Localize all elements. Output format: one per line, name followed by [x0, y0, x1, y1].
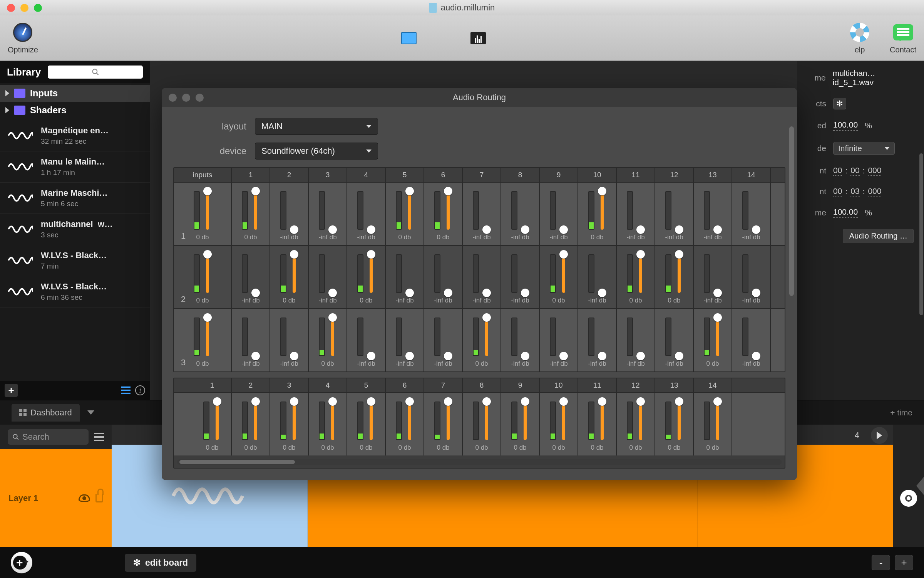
matrix-fader-cell[interactable]: 0 db [193, 393, 232, 455]
matrix-fader-cell[interactable]: 0 db [463, 393, 501, 455]
sidebar-scrollbar[interactable] [919, 153, 923, 315]
fader-slider[interactable] [329, 254, 336, 293]
library-folder-shaders[interactable]: Shaders [0, 102, 150, 119]
matrix-fader-cell[interactable]: 0 db [694, 309, 732, 371]
fader-slider[interactable] [714, 402, 721, 440]
matrix-fader-cell[interactable]: -inf db [501, 183, 540, 245]
fader-slider[interactable] [521, 402, 529, 440]
matrix-fader-cell[interactable]: -inf db [309, 183, 347, 245]
matrix-fader-cell[interactable]: -inf db [501, 246, 540, 308]
matrix-fader-cell[interactable]: -inf db [386, 246, 424, 308]
fader-slider[interactable] [560, 318, 567, 356]
fader-slider[interactable] [637, 318, 644, 356]
matrix-fader-cell[interactable]: -inf db [540, 183, 578, 245]
matrix-fader-cell[interactable]: 0 db [540, 246, 578, 308]
contact-button[interactable]: Contact [890, 22, 916, 54]
matrix-fader-cell[interactable]: -inf db [232, 246, 270, 308]
fader-slider[interactable] [483, 191, 490, 230]
fader-slider[interactable] [329, 191, 336, 230]
fader-slider[interactable] [521, 254, 529, 293]
fader-slider[interactable] [367, 402, 375, 440]
matrix-fader-cell[interactable]: -inf db [232, 309, 270, 371]
fader-slider[interactable] [752, 191, 760, 230]
library-folder-inputs[interactable]: Inputs [0, 85, 150, 102]
matrix-fader-cell[interactable]: -inf db [732, 246, 771, 308]
library-item[interactable]: multichannel_w… 3 sec [0, 214, 150, 245]
fader-slider[interactable] [367, 318, 375, 356]
matrix-fader-cell[interactable]: -inf db [501, 309, 540, 371]
matrix-fader-cell[interactable]: 0 db [424, 393, 463, 455]
fader-slider[interactable] [560, 191, 567, 230]
matrix-fader-cell[interactable]: -inf db [655, 309, 694, 371]
fader-slider[interactable] [252, 254, 259, 293]
matrix-fader-cell[interactable]: 0 db [424, 183, 463, 245]
fader-slider[interactable] [598, 402, 606, 440]
fader-slider[interactable] [444, 191, 452, 230]
loop-mode-dropdown[interactable]: Infinite [833, 142, 895, 155]
matrix-fader-cell[interactable]: 0 db [655, 246, 694, 308]
fader-slider[interactable] [204, 191, 211, 230]
fader-slider[interactable] [675, 254, 683, 293]
add-media-button[interactable]: + [5, 384, 18, 397]
library-item[interactable]: W.LV.S - Black… 6 min 36 sec [0, 276, 150, 307]
library-item[interactable]: Manu le Malin… 1 h 17 min [0, 151, 150, 183]
fader-slider[interactable] [367, 254, 375, 293]
fader-slider[interactable] [675, 318, 683, 356]
fader-slider[interactable] [598, 191, 606, 230]
matrix-fader-cell[interactable]: -inf db [578, 246, 617, 308]
zoom-window-button[interactable] [34, 4, 42, 12]
matrix-fader-cell[interactable]: 0 db [232, 183, 270, 245]
add-layer-button[interactable] [11, 552, 32, 573]
library-item[interactable]: Marine Maschi… 5 min 6 sec [0, 183, 150, 214]
add-column-button[interactable]: + [895, 555, 913, 570]
close-window-button[interactable] [7, 4, 15, 12]
matrix-fader-cell[interactable]: 0 db [655, 393, 694, 455]
fader-slider[interactable] [329, 402, 336, 440]
optimize-button[interactable]: Optimize [8, 22, 38, 54]
fader-slider[interactable] [483, 318, 490, 356]
fader-slider[interactable] [444, 402, 452, 440]
matrix-fader-cell[interactable]: 0 db [347, 246, 386, 308]
list-icon[interactable] [121, 386, 131, 394]
fader-slider[interactable] [290, 318, 298, 356]
tab-menu-caret[interactable] [87, 410, 94, 415]
library-item[interactable]: Magnétique en… 32 min 22 sec [0, 120, 150, 151]
matrix-fader-cell[interactable]: -inf db [386, 309, 424, 371]
fader-slider[interactable] [675, 402, 683, 440]
input-fader-cell[interactable]: 1 0 db [174, 183, 232, 245]
fader-slider[interactable] [598, 254, 606, 293]
fader-slider[interactable] [637, 191, 644, 230]
matrix-fader-cell[interactable]: -inf db [694, 183, 732, 245]
fader-slider[interactable] [714, 191, 721, 230]
matrix-fader-cell[interactable]: -inf db [309, 246, 347, 308]
fader-slider[interactable] [444, 254, 452, 293]
fader-slider[interactable] [483, 402, 490, 440]
device-dropdown[interactable]: Soundflower (64ch) [255, 143, 378, 160]
fader-slider[interactable] [290, 191, 298, 230]
fader-slider[interactable] [637, 254, 644, 293]
matrix-fader-cell[interactable]: -inf db [424, 246, 463, 308]
matrix-fader-cell[interactable]: 0 db [501, 393, 540, 455]
speed-value[interactable]: 100.00 [833, 120, 858, 131]
stop-button[interactable] [900, 490, 917, 507]
fader-slider[interactable] [752, 254, 760, 293]
modal-scrollbar[interactable] [789, 126, 794, 296]
matrix-fader-cell[interactable]: 0 db [578, 393, 617, 455]
layer-1-header[interactable]: Layer 1 [0, 449, 112, 547]
fader-slider[interactable] [406, 254, 413, 293]
help-button[interactable]: elp [849, 22, 870, 54]
info-icon[interactable]: i [135, 385, 145, 395]
fader-slider[interactable] [204, 318, 211, 356]
library-search-input[interactable] [48, 66, 143, 79]
audio-routing-button[interactable]: Audio Routing … [843, 229, 914, 243]
minimize-window-button[interactable] [20, 4, 28, 12]
tab-dashboard[interactable]: Dashboard [12, 404, 80, 422]
fader-slider[interactable] [252, 191, 259, 230]
matrix-fader-cell[interactable]: 0 db [309, 309, 347, 371]
matrix-fader-cell[interactable]: -inf db [617, 183, 655, 245]
fader-slider[interactable] [521, 191, 529, 230]
play-column-button[interactable] [871, 427, 888, 444]
matrix-fader-cell[interactable]: -inf db [578, 309, 617, 371]
matrix-fader-cell[interactable]: 0 db [617, 246, 655, 308]
matrix-fader-cell[interactable]: -inf db [617, 309, 655, 371]
